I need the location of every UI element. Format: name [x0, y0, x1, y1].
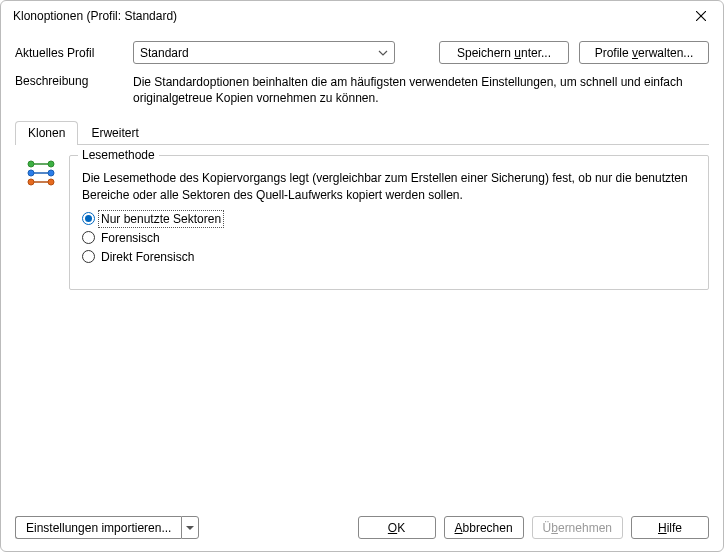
dialog-footer: Einstellungen importieren... OK Abbreche… [15, 516, 709, 539]
chevron-down-icon [378, 50, 388, 56]
radio-direct-forensic-label: Direkt Forensisch [99, 249, 196, 265]
current-profile-label: Aktuelles Profil [15, 46, 123, 60]
radio-used-sectors-label: Nur benutzte Sektoren [99, 211, 223, 227]
ok-button-label: OK [388, 521, 405, 535]
help-button-label: Hilfe [658, 521, 682, 535]
svg-point-2 [28, 161, 34, 167]
radio-indicator [82, 250, 95, 263]
ok-button[interactable]: OK [358, 516, 436, 539]
radio-indicator [82, 212, 95, 225]
titlebar: Klonoptionen (Profil: Standard) [1, 1, 723, 31]
cancel-button[interactable]: Abbrechen [444, 516, 524, 539]
radio-forensic[interactable]: Forensisch [82, 230, 696, 246]
radio-forensic-label: Forensisch [99, 230, 162, 246]
svg-point-5 [48, 161, 54, 167]
radio-direct-forensic[interactable]: Direkt Forensisch [82, 249, 696, 265]
import-settings-dropdown[interactable] [181, 516, 199, 539]
radio-used-sectors[interactable]: Nur benutzte Sektoren [82, 211, 696, 227]
caret-down-icon [186, 526, 194, 530]
svg-point-3 [28, 170, 34, 176]
description-label: Beschreibung [15, 74, 123, 106]
apply-button-label: Übernehmen [543, 521, 612, 535]
clone-graph-icon [25, 159, 57, 187]
window-title: Klonoptionen (Profil: Standard) [13, 9, 679, 23]
description-text: Die Standardoptionen beinhalten die am h… [133, 74, 709, 106]
svg-point-6 [48, 170, 54, 176]
import-settings-split-button: Einstellungen importieren... [15, 516, 199, 539]
apply-button: Übernehmen [532, 516, 623, 539]
import-settings-label: Einstellungen importieren... [26, 521, 171, 535]
radio-indicator [82, 231, 95, 244]
read-method-group: Lesemethode Die Lesemethode des Kopiervo… [69, 155, 709, 290]
save-as-button[interactable]: Speichern unter... [439, 41, 569, 64]
save-as-button-label: Speichern unter... [457, 46, 551, 60]
manage-profiles-button[interactable]: Profile verwalten... [579, 41, 709, 64]
tab-panel-clone: Lesemethode Die Lesemethode des Kopiervo… [15, 145, 709, 485]
svg-point-7 [48, 179, 54, 185]
read-method-legend: Lesemethode [78, 148, 159, 162]
read-method-description: Die Lesemethode des Kopiervorgangs legt … [82, 170, 696, 202]
import-settings-button[interactable]: Einstellungen importieren... [15, 516, 181, 539]
cancel-button-label: Abbrechen [455, 521, 513, 535]
tab-clone[interactable]: Klonen [15, 121, 78, 145]
manage-profiles-button-label: Profile verwalten... [595, 46, 694, 60]
profile-select-value: Standard [140, 46, 189, 60]
help-button[interactable]: Hilfe [631, 516, 709, 539]
profile-select[interactable]: Standard [133, 41, 395, 64]
tab-advanced[interactable]: Erweitert [78, 121, 151, 145]
close-button[interactable] [679, 1, 723, 31]
close-icon [696, 11, 706, 21]
svg-point-4 [28, 179, 34, 185]
tab-bar: Klonen Erweitert [15, 120, 709, 145]
